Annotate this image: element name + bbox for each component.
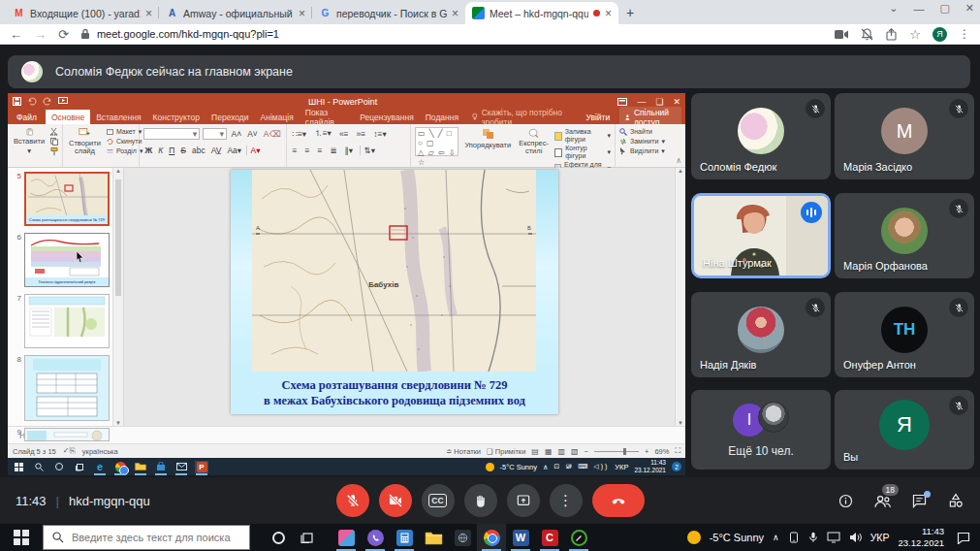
- shrink-font-button[interactable]: A˅: [246, 129, 260, 139]
- ppt-tab-view[interactable]: Подання: [420, 110, 464, 124]
- bookmark-star-icon[interactable]: ☆: [909, 27, 921, 42]
- volume-icon[interactable]: [849, 532, 862, 543]
- share-icon[interactable]: [885, 28, 898, 41]
- reading-view-icon[interactable]: ▥: [557, 447, 565, 456]
- fit-slide-icon[interactable]: ⛶: [675, 446, 680, 456]
- close-icon[interactable]: ×: [145, 8, 152, 19]
- decrease-indent-icon[interactable]: «≡: [337, 129, 350, 139]
- leave-call-button[interactable]: [592, 484, 645, 517]
- reload-icon[interactable]: ⟳: [58, 28, 69, 41]
- self-tile[interactable]: Я Вы: [835, 390, 974, 470]
- present-button[interactable]: [507, 484, 540, 517]
- shape-outline-button[interactable]: Контур фігури ▾: [554, 145, 611, 161]
- slide-thumbnail-5[interactable]: Схема розташування свердловини № 729: [24, 172, 110, 226]
- select-button[interactable]: Виділити ▾: [619, 147, 665, 155]
- participant-tile[interactable]: M Марія Засідко: [835, 93, 974, 179]
- camera-in-use-icon[interactable]: [835, 29, 849, 40]
- line-spacing-icon[interactable]: ↕≡▾: [372, 129, 388, 139]
- participant-tile-speaking[interactable]: Ніна Штурмак: [691, 193, 831, 278]
- bold-icon[interactable]: Ж: [143, 146, 154, 155]
- activities-button[interactable]: [947, 492, 964, 509]
- comments-toggle[interactable]: ❑ Примітки: [487, 447, 525, 456]
- file-explorer-icon[interactable]: [134, 461, 147, 473]
- close-icon[interactable]: ×: [605, 8, 612, 19]
- tab-google-search[interactable]: G переводчик - Поиск в Google ×: [312, 2, 465, 24]
- zoom-in-icon[interactable]: +: [645, 447, 648, 456]
- ppt-restore-button[interactable]: ❏: [655, 97, 663, 107]
- ppt-tab-slideshow[interactable]: Показ слайдів: [300, 110, 355, 124]
- back-icon[interactable]: ←: [10, 28, 22, 41]
- participant-tile[interactable]: Надія Дяків: [691, 292, 831, 377]
- close-window-button[interactable]: ✕: [965, 2, 974, 15]
- cut-button[interactable]: [50, 128, 58, 136]
- italic-icon[interactable]: К: [157, 146, 165, 155]
- clear-formatting-button[interactable]: A⌫: [262, 129, 282, 139]
- participant-tile[interactable]: Марія Орфанова: [835, 193, 974, 278]
- start-button[interactable]: [0, 524, 43, 551]
- tray-icons[interactable]: ⊡ 🖳 ⌨ ◁)): [553, 463, 609, 470]
- cortana-icon[interactable]: [52, 461, 66, 473]
- meeting-details-button[interactable]: [838, 493, 854, 509]
- slide-scrollbar[interactable]: ▲▼: [675, 168, 685, 426]
- change-case-icon[interactable]: Aa▾: [226, 146, 243, 155]
- mail-icon[interactable]: [174, 461, 188, 473]
- slideshow-icon[interactable]: [58, 97, 68, 106]
- weather-text[interactable]: -5°C Sunny: [710, 532, 764, 543]
- align-left-icon[interactable]: ≡: [291, 146, 299, 155]
- notes-toggle[interactable]: ≐ Нотатки: [446, 447, 481, 456]
- action-center-icon[interactable]: [957, 532, 970, 544]
- layout-button[interactable]: Макет ▾: [107, 128, 142, 136]
- start-icon[interactable]: [12, 461, 25, 473]
- search-input[interactable]: [72, 532, 240, 543]
- replace-button[interactable]: Замінити ▾: [619, 138, 665, 146]
- ppt-tab-file[interactable]: Файл: [8, 110, 46, 124]
- calculator-icon[interactable]: [390, 524, 419, 551]
- columns-icon[interactable]: ∥▾: [343, 146, 355, 155]
- slide-sorter-icon[interactable]: ▦: [545, 447, 553, 456]
- ribbon-options-icon[interactable]: [617, 98, 627, 106]
- minimize-button[interactable]: —: [913, 3, 924, 15]
- search-icon[interactable]: [32, 461, 46, 473]
- participant-tile[interactable]: ТН Онуфер Антон: [835, 292, 974, 377]
- tray-mic-icon[interactable]: [808, 532, 818, 543]
- screen-pen-app-icon[interactable]: [564, 524, 593, 551]
- close-icon[interactable]: ×: [299, 8, 305, 19]
- tab-gmail[interactable]: M Входящие (100) - yarad1964@g ×: [6, 2, 159, 24]
- address-bar[interactable]: meet.google.com/hkd-mgqn-qqu?pli=1: [80, 28, 823, 40]
- weather-text[interactable]: -5°C Sunny: [500, 463, 537, 471]
- file-explorer-icon[interactable]: [419, 524, 448, 551]
- zoom-slider[interactable]: [594, 451, 639, 452]
- maximize-button[interactable]: ▢: [939, 2, 949, 15]
- more-participants-tile[interactable]: I Ещё 10 чел.: [691, 390, 831, 470]
- photos-app-icon[interactable]: [332, 524, 361, 551]
- increase-indent-icon[interactable]: »≡: [355, 129, 367, 139]
- language-switcher[interactable]: УКР: [870, 532, 890, 543]
- format-painter-button[interactable]: [50, 147, 58, 155]
- numbering-icon[interactable]: ⒈≡▾: [313, 128, 333, 140]
- captions-button[interactable]: CC: [422, 484, 455, 517]
- paste-button[interactable]: Вставити▾: [12, 127, 47, 156]
- character-spacing-icon[interactable]: AV̲: [209, 146, 223, 155]
- font-size-select[interactable]: ▾: [203, 128, 227, 140]
- quick-styles-button[interactable]: Експрес-стилі: [517, 127, 551, 156]
- clock[interactable]: 11:43 23.12.2021: [634, 459, 666, 474]
- justify-icon[interactable]: ≣: [329, 146, 338, 155]
- align-center-icon[interactable]: ≡: [303, 146, 311, 155]
- powerpoint-icon[interactable]: P: [195, 461, 208, 473]
- new-tab-button[interactable]: +: [626, 5, 634, 20]
- zoom-out-icon[interactable]: −: [585, 447, 588, 456]
- align-right-icon[interactable]: ≡: [316, 146, 324, 155]
- phone-link-icon[interactable]: [788, 532, 800, 543]
- more-options-button[interactable]: ⋮: [550, 484, 583, 517]
- ppt-close-button[interactable]: ✕: [673, 97, 680, 107]
- ppt-tab-insert[interactable]: Вставлення: [90, 110, 146, 124]
- language-indicator[interactable]: українська: [82, 447, 118, 456]
- ppt-sign-in[interactable]: Увійти: [586, 113, 611, 122]
- tab-meet[interactable]: Meet – hkd-mgqn-qqu ×: [465, 2, 618, 24]
- store-icon[interactable]: [154, 461, 168, 473]
- redo-icon[interactable]: [43, 97, 52, 106]
- text-direction-icon[interactable]: ⇅▾: [360, 146, 377, 155]
- raise-hand-button[interactable]: [464, 484, 497, 517]
- grow-font-button[interactable]: A˄: [230, 129, 243, 139]
- notification-badge[interactable]: 2: [672, 462, 681, 471]
